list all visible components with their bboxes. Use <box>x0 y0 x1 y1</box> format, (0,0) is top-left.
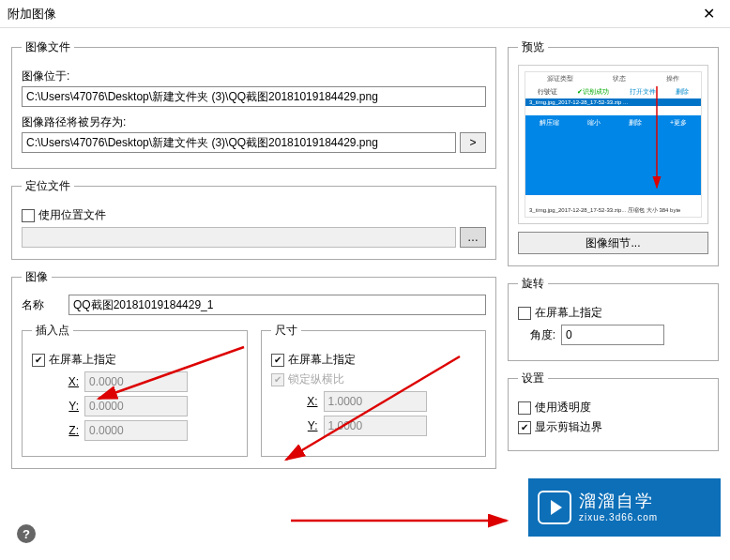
transparency-label: 使用透明度 <box>535 400 591 416</box>
ellipsis-icon: … <box>467 231 479 244</box>
preview-hdr2-b: ✔识别成功 <box>577 87 609 97</box>
image-group: 图像 名称 插入点 ✔ 在屏幕上指定 X: Y: Z: 尺寸 <box>11 269 496 469</box>
insert-x-input <box>84 371 188 392</box>
insert-x-label: X: <box>32 375 79 388</box>
preview-hdr-c: 操作 <box>666 74 679 83</box>
lock-ratio-label: 锁定纵横比 <box>288 371 344 387</box>
preview-ftr: 3_timg.jpg_2017-12-28_17-52-33.zip... 压缩… <box>527 205 699 216</box>
save-as-label: 图像路径将被另存为: <box>22 114 126 130</box>
preview-image: 源证类型状态操作 行驶证✔识别成功打开文件删除 3_timg.jpg_2017-… <box>518 65 708 224</box>
location-file-browse-button[interactable]: … <box>460 227 486 248</box>
play-icon <box>538 491 571 524</box>
preview-group: 预览 源证类型状态操作 行驶证✔识别成功打开文件删除 3_timg.jpg_20… <box>508 39 719 266</box>
settings-group: 设置 使用透明度 ✔ 显示剪辑边界 <box>508 371 719 451</box>
preview-legend: 预览 <box>518 39 548 55</box>
watermark-url: zixue.3d66.com <box>579 512 658 523</box>
location-file-input <box>22 227 456 248</box>
window-title: 附加图像 <box>8 6 694 23</box>
rotation-on-screen-checkbox[interactable] <box>518 307 531 320</box>
insert-on-screen-label: 在屏幕上指定 <box>49 352 116 368</box>
lock-ratio-checkbox: ✔ <box>271 373 284 386</box>
image-legend: 图像 <box>22 269 52 285</box>
rotation-on-screen-label: 在屏幕上指定 <box>535 305 602 321</box>
locate-file-group: 定位文件 使用位置文件 … <box>11 178 496 260</box>
angle-label: 角度: <box>518 327 555 343</box>
insert-z-input <box>84 420 188 441</box>
transparency-checkbox[interactable] <box>518 401 531 415</box>
size-y-input <box>324 416 427 436</box>
image-name-input[interactable] <box>68 295 486 315</box>
image-file-group: 图像文件 图像位于: 图像路径将被另存为: > <box>11 39 496 169</box>
size-on-screen-checkbox[interactable]: ✔ <box>271 354 284 367</box>
size-y-label: Y: <box>271 419 318 432</box>
insert-on-screen-checkbox[interactable]: ✔ <box>32 354 45 367</box>
angle-input[interactable] <box>561 325 664 345</box>
chevron-right-icon: > <box>469 136 476 149</box>
use-location-file-checkbox[interactable] <box>22 209 35 222</box>
preview-hdr2-a: 行驶证 <box>538 87 557 97</box>
insert-y-label: Y: <box>32 400 79 413</box>
preview-mid-a: 解压缩 <box>540 118 559 128</box>
preview-mid-d: +更多 <box>670 118 687 128</box>
watermark-badge: 溜溜自学 zixue.3d66.com <box>528 478 721 537</box>
preview-mid-c: 删除 <box>629 118 642 128</box>
image-detail-button[interactable]: 图像细节... <box>518 232 708 254</box>
help-button[interactable]: ? <box>17 524 36 543</box>
insert-z-label: Z: <box>32 424 79 437</box>
size-on-screen-label: 在屏幕上指定 <box>288 352 356 368</box>
image-file-legend: 图像文件 <box>22 39 74 55</box>
preview-hdr2-d: 删除 <box>676 87 689 97</box>
use-location-file-label: 使用位置文件 <box>38 207 106 223</box>
rotation-group: 旋转 在屏幕上指定 角度: <box>508 276 719 361</box>
insert-y-input <box>84 396 188 416</box>
locate-file-legend: 定位文件 <box>22 178 74 194</box>
clip-boundary-label: 显示剪辑边界 <box>535 419 602 435</box>
located-at-label: 图像位于: <box>22 68 69 84</box>
preview-file-row: 3_timg.jpg_2017-12-28_17-52-33.zip ... <box>525 98 701 106</box>
preview-mid-b: 缩小 <box>587 118 601 128</box>
size-legend: 尺寸 <box>271 323 301 339</box>
size-group: 尺寸 ✔ 在屏幕上指定 ✔ 锁定纵横比 X: Y: <box>261 323 487 457</box>
save-as-input[interactable] <box>22 132 456 153</box>
located-at-input[interactable] <box>22 86 486 107</box>
clip-boundary-checkbox[interactable]: ✔ <box>518 421 531 434</box>
insert-point-legend: 插入点 <box>32 323 73 339</box>
insert-point-group: 插入点 ✔ 在屏幕上指定 X: Y: Z: <box>22 323 248 457</box>
close-button[interactable]: ✕ <box>694 5 722 23</box>
preview-hdr-a: 源证类型 <box>547 74 573 83</box>
save-as-browse-button[interactable]: > <box>460 132 486 153</box>
image-name-label: 名称 <box>22 297 59 313</box>
rotation-legend: 旋转 <box>518 276 548 292</box>
watermark-title: 溜溜自学 <box>579 492 658 512</box>
preview-hdr2-c: 打开文件 <box>630 87 656 97</box>
size-x-label: X: <box>271 395 318 408</box>
size-x-input <box>324 391 427 412</box>
settings-legend: 设置 <box>518 371 548 386</box>
preview-hdr-b: 状态 <box>613 74 626 83</box>
